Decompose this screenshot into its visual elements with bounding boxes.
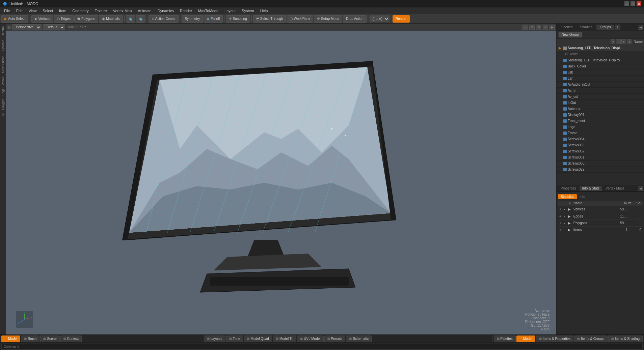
check-icon[interactable] [563, 89, 567, 92]
auto-select-button[interactable]: ▶ Auto Select [1, 15, 28, 23]
properties-panel-expand[interactable]: ◀ [638, 186, 643, 191]
list-item[interactable]: Av_In [557, 88, 644, 94]
list-item[interactable]: Screws031 [557, 154, 644, 161]
vertices-button[interactable]: ◆ Vertices [31, 15, 53, 23]
perspective-dropdown[interactable]: Perspective Top Front Side [12, 24, 42, 30]
tab-scenes[interactable]: Scenes [558, 25, 576, 30]
tab-model-tri[interactable]: Model Tri [273, 336, 296, 342]
minus-vertices[interactable]: - [563, 206, 567, 213]
list-item[interactable]: AvAudio_inOut [557, 82, 644, 88]
edges-button[interactable]: ⬡ Edges [54, 15, 74, 23]
list-item[interactable]: Screws033 [557, 142, 644, 148]
expand-vertices[interactable]: ▶ [567, 206, 572, 213]
tab-brush[interactable]: Brush [21, 336, 39, 342]
add-vertices[interactable]: + [558, 206, 563, 213]
check-icon[interactable] [563, 83, 567, 86]
expand-edges[interactable]: ▶ [567, 213, 572, 220]
statistics-tab[interactable]: Statistics [558, 194, 577, 199]
drop-action-button[interactable]: Drop Action [343, 15, 367, 23]
materials-button[interactable]: ◉ Materials [99, 15, 123, 23]
menu-dynamics[interactable]: Dynamics [155, 8, 177, 13]
check-icon[interactable] [563, 162, 567, 165]
tab-groups[interactable]: Groups [596, 25, 614, 30]
check-icon[interactable] [563, 150, 567, 153]
add-edges[interactable]: + [558, 213, 563, 220]
minimize-button[interactable]: — [624, 1, 629, 6]
tab-properties[interactable]: Properties [558, 186, 579, 191]
menu-vertexmap[interactable]: Vertex Map [110, 8, 135, 13]
list-item[interactable]: Display001 [557, 112, 644, 118]
symmetry-button[interactable]: Symmetry [182, 15, 203, 23]
list-item[interactable]: Antenna [557, 106, 644, 112]
close-button[interactable]: ✕ [637, 1, 641, 6]
check-icon[interactable] [563, 125, 567, 129]
check-icon[interactable] [563, 132, 567, 135]
falloff-button[interactable]: ◉ Falloff [204, 15, 223, 23]
check-icon[interactable] [563, 95, 567, 98]
viewport-home-btn[interactable]: ⌂ [522, 25, 528, 30]
tab-time[interactable]: Time [226, 336, 243, 342]
snapping-button[interactable]: ✛ Snapping [226, 15, 250, 23]
list-item[interactable]: usb [557, 69, 644, 76]
tab-scene[interactable]: Scene [40, 336, 59, 342]
menu-file[interactable]: File [1, 8, 13, 13]
tab-vertex-maps[interactable]: Vertex Maps [603, 186, 627, 191]
header-icon-2[interactable]: ○ [616, 39, 621, 44]
list-item[interactable]: Screws032 [557, 148, 644, 154]
list-item[interactable]: Screws030 [557, 161, 644, 167]
list-item[interactable]: Lan [557, 76, 644, 82]
header-icon-4[interactable]: ● [627, 39, 632, 44]
viewport-zoom-btn[interactable]: ⊕ [536, 25, 541, 30]
new-group-button[interactable]: New Group [559, 32, 582, 37]
menu-animate[interactable]: Animate [135, 8, 154, 13]
menu-layout[interactable]: Layout [222, 8, 238, 13]
sidebar-mesh-fusion[interactable]: Mesh Fusion [1, 54, 5, 75]
check-icon[interactable] [563, 144, 567, 147]
menu-texture[interactable]: Texture [92, 8, 110, 13]
viewport-dot[interactable] [7, 26, 11, 29]
sphere-icon-1[interactable]: ◉ [126, 15, 135, 23]
scene-list[interactable]: ▶ Samsung_LED_Television_Displ... 47 Ite… [557, 45, 644, 185]
tab-shading[interactable]: Shading [576, 25, 596, 30]
none-dropdown[interactable]: (none) [370, 16, 390, 22]
info-tab[interactable]: Info [577, 194, 588, 199]
workplane-button[interactable]: ◫ WorkPlane [287, 15, 313, 23]
maximize-button[interactable]: □ [630, 1, 635, 6]
viewport-settings-btn[interactable]: ▶ [549, 25, 555, 30]
check-icon[interactable] [563, 77, 567, 80]
tab-layouts[interactable]: Layouts [204, 336, 225, 342]
check-icon[interactable] [563, 168, 567, 171]
tab-context[interactable]: Context [60, 336, 82, 342]
list-item[interactable]: Av_out [557, 94, 644, 100]
setup-mode-button[interactable]: ⚙ Setup Mode [314, 15, 342, 23]
menu-maxtomodo[interactable]: MaxToModo [195, 8, 221, 13]
menu-view[interactable]: View [26, 8, 39, 13]
check-icon[interactable] [563, 113, 567, 117]
viewport-refresh-btn[interactable]: ↺ [529, 25, 535, 30]
sidebar-uv[interactable]: UV [1, 112, 5, 119]
tab-presets[interactable]: Presets [324, 336, 346, 342]
sidebar-duplicate[interactable]: Duplicate [1, 38, 5, 54]
menu-help[interactable]: Help [258, 8, 271, 13]
render-button[interactable]: Render [393, 15, 410, 23]
command-input[interactable] [1, 344, 643, 350]
add-polygons[interactable]: + [558, 220, 563, 226]
menu-render[interactable]: Render [177, 8, 195, 13]
check-icon[interactable] [563, 107, 567, 111]
list-item[interactable]: Front_mont [557, 118, 644, 124]
polygons-button[interactable]: ⬟ Polygons [74, 15, 98, 23]
expand-polygons[interactable]: ▶ [567, 220, 572, 226]
check-icon[interactable] [563, 71, 567, 74]
tab-model-quad[interactable]: Model Quad [244, 336, 272, 342]
tab-palettes[interactable]: Palettes [494, 336, 516, 342]
tab-model-right[interactable]: Model [516, 336, 535, 342]
minus-edges[interactable]: - [563, 213, 567, 220]
tab-uv-model[interactable]: UV / Model [297, 336, 323, 342]
list-item[interactable]: Samsung_LED_Television_Display [557, 57, 644, 63]
list-item[interactable]: Screws029 [557, 167, 644, 173]
tab-items-groups[interactable]: Items & Groups [574, 336, 607, 342]
menu-geometry[interactable]: Geometry [70, 8, 91, 13]
select-through-button[interactable]: ⬒ Select Through [253, 15, 286, 23]
menu-edit[interactable]: Edit [14, 8, 25, 13]
sidebar-polygon[interactable]: Polygon [1, 97, 5, 111]
